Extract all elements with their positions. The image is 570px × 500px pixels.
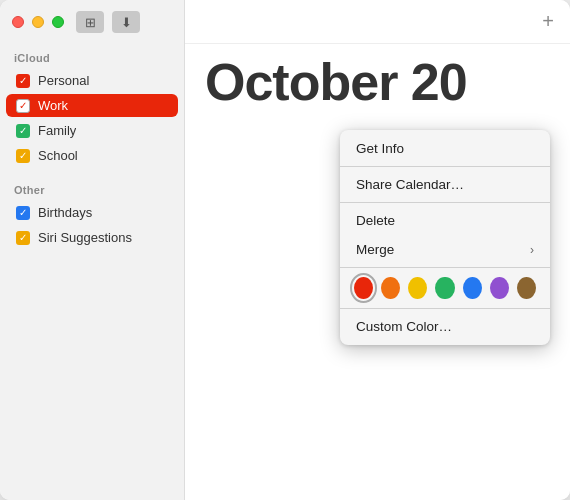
color-option-blue[interactable]	[463, 277, 482, 299]
sidebar-item-work[interactable]: ✓ Work	[6, 94, 178, 117]
sidebar: ⊞ ⬇ iCloud ✓ Personal ✓ Work ✓ Family ✓ …	[0, 0, 185, 500]
inbox-icon[interactable]: ⬇	[112, 11, 140, 33]
birthdays-label: Birthdays	[38, 205, 92, 220]
merge-submenu-chevron: ›	[530, 243, 534, 257]
personal-checkbox[interactable]: ✓	[16, 74, 30, 88]
toolbar-icons: ⊞ ⬇	[76, 11, 140, 33]
menu-item-share-calendar[interactable]: Share Calendar…	[340, 170, 550, 199]
work-label: Work	[38, 98, 68, 113]
icloud-section-label: iCloud	[0, 44, 184, 68]
color-option-red[interactable]	[354, 277, 373, 299]
menu-divider-2	[340, 202, 550, 203]
menu-item-get-info[interactable]: Get Info	[340, 134, 550, 163]
menu-item-merge[interactable]: Merge ›	[340, 235, 550, 264]
menu-divider-3	[340, 267, 550, 268]
app-window: ⊞ ⬇ iCloud ✓ Personal ✓ Work ✓ Family ✓ …	[0, 0, 570, 500]
context-menu: Get Info Share Calendar… Delete Merge ›	[340, 130, 550, 345]
minimize-button[interactable]	[32, 16, 44, 28]
color-option-brown[interactable]	[517, 277, 536, 299]
color-option-purple[interactable]	[490, 277, 509, 299]
siri-label: Siri Suggestions	[38, 230, 132, 245]
menu-item-delete[interactable]: Delete	[340, 206, 550, 235]
birthdays-checkbox[interactable]: ✓	[16, 206, 30, 220]
color-option-green[interactable]	[435, 277, 454, 299]
menu-divider-4	[340, 308, 550, 309]
color-picker-row	[340, 271, 550, 305]
menu-item-custom-color[interactable]: Custom Color…	[340, 312, 550, 341]
main-area: + October 20 Get Info Share Calendar… De…	[185, 0, 570, 500]
sidebar-item-personal[interactable]: ✓ Personal	[6, 69, 178, 92]
main-header: +	[185, 0, 570, 44]
color-option-yellow[interactable]	[408, 277, 427, 299]
maximize-button[interactable]	[52, 16, 64, 28]
close-button[interactable]	[12, 16, 24, 28]
school-label: School	[38, 148, 78, 163]
menu-divider-1	[340, 166, 550, 167]
add-event-button[interactable]: +	[542, 10, 554, 33]
color-option-orange[interactable]	[381, 277, 400, 299]
grid-view-icon[interactable]: ⊞	[76, 11, 104, 33]
sidebar-item-family[interactable]: ✓ Family	[6, 119, 178, 142]
month-title: October 20	[185, 44, 570, 120]
family-label: Family	[38, 123, 76, 138]
work-checkbox[interactable]: ✓	[16, 99, 30, 113]
sidebar-item-birthdays[interactable]: ✓ Birthdays	[6, 201, 178, 224]
titlebar: ⊞ ⬇	[0, 0, 184, 44]
sidebar-item-school[interactable]: ✓ School	[6, 144, 178, 167]
personal-label: Personal	[38, 73, 89, 88]
school-checkbox[interactable]: ✓	[16, 149, 30, 163]
other-section-label: Other	[0, 176, 184, 200]
sidebar-item-siri[interactable]: ✓ Siri Suggestions	[6, 226, 178, 249]
family-checkbox[interactable]: ✓	[16, 124, 30, 138]
siri-checkbox[interactable]: ✓	[16, 231, 30, 245]
